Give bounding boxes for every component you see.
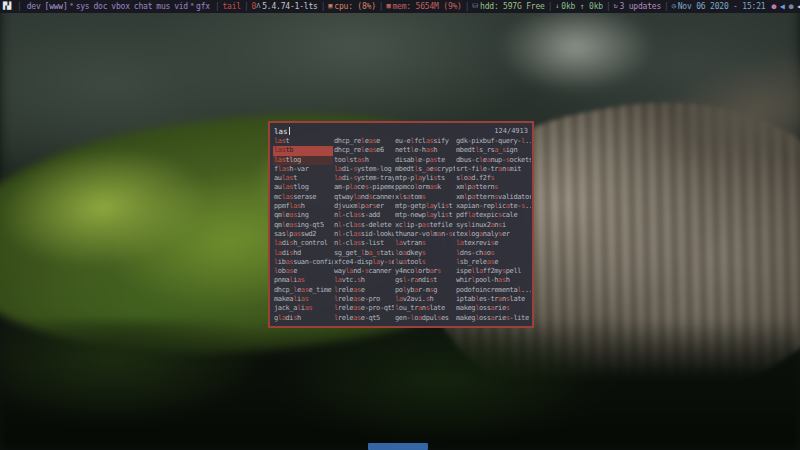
launcher-item[interactable]: qtwaylandscanner: [333, 193, 394, 202]
launcher-item[interactable]: mbedtls_rsa_sign: [455, 146, 531, 155]
layout-indicator[interactable]: tail: [223, 0, 241, 13]
workspace-tag-vbox[interactable]: vbox: [111, 2, 129, 11]
launcher-item[interactable]: lavtc.sh: [333, 276, 394, 285]
module-mem[interactable]: ▦mem: 5654M (9%): [386, 0, 461, 13]
launcher-item[interactable]: pdflatexpicscale: [455, 211, 531, 220]
launcher-item[interactable]: aulast: [273, 174, 333, 183]
module-hdd[interactable]: ⛁hdd: 597G Free: [472, 0, 544, 13]
launcher-item[interactable]: xlsatoms: [394, 193, 455, 202]
bottom-center-indicator[interactable]: [368, 443, 428, 450]
launcher-item[interactable]: am-places-pipemenu: [333, 183, 394, 192]
launcher-item[interactable]: syslinux2ansi: [455, 221, 531, 230]
launcher-item[interactable]: dhcp_release6: [333, 146, 394, 155]
launcher-item[interactable]: pnmalias: [273, 276, 333, 285]
module-kernel[interactable]: Λ5.4.74-1-lts: [256, 0, 317, 13]
launcher-item[interactable]: lavtrans: [394, 239, 455, 248]
workspace-tag-doc[interactable]: doc: [93, 2, 107, 11]
launcher-item[interactable]: eu-elfclassify: [394, 137, 455, 146]
launcher-item[interactable]: lrelease-pro: [333, 295, 394, 304]
launcher-item[interactable]: xfce4-display-se...: [333, 258, 394, 267]
launcher-item[interactable]: iptables-translate: [455, 295, 531, 304]
workspace-tag-www[interactable]: [www]: [45, 2, 68, 11]
launcher-item[interactable]: libassuan-config: [273, 258, 333, 267]
launcher-item[interactable]: lou_translate: [394, 304, 455, 313]
launcher-item[interactable]: whirlpool-hash: [455, 276, 531, 285]
launcher-item[interactable]: toolstash: [333, 156, 394, 165]
launcher-item[interactable]: nl-class-add: [333, 211, 394, 220]
launcher-item[interactable]: nl-classid-lookup: [333, 230, 394, 239]
launcher-item[interactable]: texloganalyser: [455, 230, 531, 239]
launcher-item[interactable]: aulastlog: [273, 183, 333, 192]
launcher-item[interactable]: sg_get_lba_status: [333, 249, 394, 258]
workspace-tag-dev[interactable]: dev: [27, 2, 41, 11]
launcher-item[interactable]: makeglossaries: [455, 304, 531, 313]
workspace-tag-mus[interactable]: mus: [156, 2, 170, 11]
module-cpu[interactable]: ▣cpu: (8%): [328, 0, 376, 13]
launcher-item[interactable]: ladish_control: [273, 239, 333, 248]
launcher-item[interactable]: saslpasswd2: [273, 230, 333, 239]
launcher-item[interactable]: xmlpatternsvalidator: [455, 193, 531, 202]
launcher-item[interactable]: podofoincremental...: [455, 286, 531, 295]
launcher-item[interactable]: srt-file-transmit: [455, 165, 531, 174]
launcher-item[interactable]: mclasserase: [273, 193, 333, 202]
launcher-item[interactable]: mtp-newplaylist: [394, 211, 455, 220]
launcher-item[interactable]: lrelease-qt5: [333, 314, 394, 323]
launcher-item[interactable]: sload.f2fs: [455, 174, 531, 183]
launcher-input[interactable]: las: [274, 127, 290, 136]
launcher-item[interactable]: makeglossaries-lite: [455, 314, 531, 323]
launcher-item[interactable]: qmleasing: [273, 211, 333, 220]
launcher-item[interactable]: lobase: [273, 267, 333, 276]
launcher-item[interactable]: xclip-pastefile: [394, 221, 455, 230]
launcher-item[interactable]: loadkeys: [394, 249, 455, 258]
distro-logo-icon[interactable]: ▛▟: [3, 0, 11, 13]
launcher-item[interactable]: dbus-cleanup-sockets: [455, 156, 531, 165]
tray-app-2-icon[interactable]: ◀: [780, 2, 785, 11]
workspace-tag-sys[interactable]: sys: [76, 2, 90, 11]
launcher-item[interactable]: ladi-system-tray: [333, 174, 394, 183]
module-updates[interactable]: ↻3 updates: [614, 0, 662, 13]
workspace-tag-vid[interactable]: vid: [174, 2, 188, 11]
module-clock[interactable]: ◷Nov 06 2020 - 15:21: [672, 0, 766, 13]
launcher-item[interactable]: nl-class-list: [333, 239, 394, 248]
launcher-item[interactable]: gen-loadpulses: [394, 314, 455, 323]
launcher-item[interactable]: gdk-pixbuf-query-l...: [455, 137, 531, 146]
tray-app-1-icon[interactable]: ●: [771, 2, 776, 11]
launcher-item[interactable]: ispellaff2myspell: [455, 267, 531, 276]
launcher-item[interactable]: y4mcolorbars: [394, 267, 455, 276]
launcher-item[interactable]: xapian-replicate-s...: [455, 202, 531, 211]
launcher-item[interactable]: makealias: [273, 295, 333, 304]
launcher-item[interactable]: ldns-chaos: [455, 249, 531, 258]
launcher-item[interactable]: nl-class-delete: [333, 221, 394, 230]
launcher-item[interactable]: flash-var: [273, 165, 333, 174]
launcher-item[interactable]: wayland-scanner: [333, 267, 394, 276]
launcher-item[interactable]: lastlog: [273, 156, 333, 165]
module-network[interactable]: ↓0kb ↑ 0kb: [555, 0, 603, 13]
launcher-item[interactable]: luatools: [394, 258, 455, 267]
launcher-item[interactable]: nettle-hash: [394, 146, 455, 155]
launcher-item[interactable]: ladi-system-log: [333, 165, 394, 174]
launcher-item[interactable]: lav2avi.sh: [394, 295, 455, 304]
launcher-item[interactable]: qmleasing-qt5: [273, 221, 333, 230]
launcher-item[interactable]: jack_alias: [273, 304, 333, 313]
launcher-item[interactable]: polybar-msg: [394, 286, 455, 295]
launcher-item[interactable]: gladish: [273, 314, 333, 323]
launcher-item[interactable]: djvuxmlparser: [333, 202, 394, 211]
launcher-item[interactable]: xmlpatterns: [455, 183, 531, 192]
workspace-tag-gfx[interactable]: gfx: [196, 2, 210, 11]
launcher-item[interactable]: thunar-volman-se...: [394, 230, 455, 239]
launcher-item[interactable]: mtp-playlists: [394, 174, 455, 183]
workspace-tag-chat[interactable]: chat: [134, 2, 152, 11]
launcher-item[interactable]: lrelease: [333, 286, 394, 295]
tray-app-3-icon[interactable]: ●: [789, 2, 794, 11]
launcher-item[interactable]: ppmcolormask: [394, 183, 455, 192]
launcher-item[interactable]: lastb: [273, 146, 333, 155]
launcher-item[interactable]: dhcp_lease_time: [273, 286, 333, 295]
launcher-item[interactable]: lsb_release: [455, 258, 531, 267]
launcher-item[interactable]: ppmflash: [273, 202, 333, 211]
launcher-item[interactable]: dhcp_release: [333, 137, 394, 146]
launcher-item[interactable]: mtp-getplaylist: [394, 202, 455, 211]
launcher-item[interactable]: ladishd: [273, 249, 333, 258]
launcher-item[interactable]: gsl-randist: [394, 276, 455, 285]
launcher-item[interactable]: mbedtls_aescrypt2: [394, 165, 455, 174]
launcher-item[interactable]: lrelease-pro-qt5: [333, 304, 394, 313]
